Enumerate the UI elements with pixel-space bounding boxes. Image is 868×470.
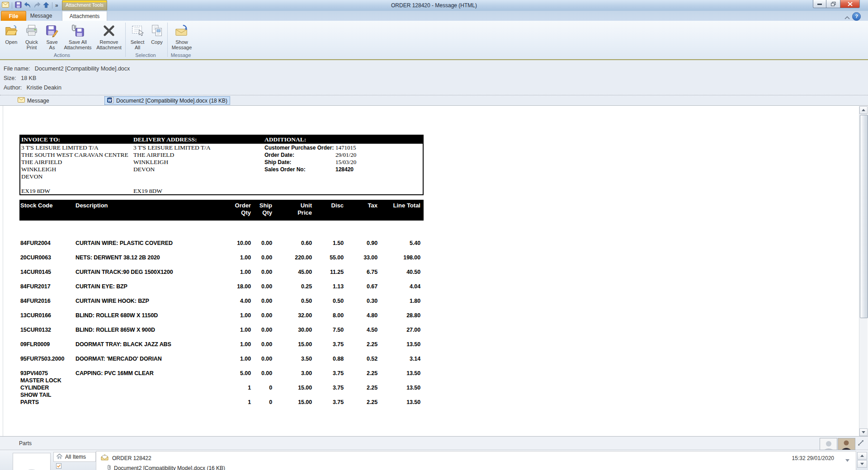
additional-row: Order Date:29/01/20 <box>264 151 356 159</box>
additional-label: Ship Date: <box>264 159 335 166</box>
table-row: 09FLR0009DOORMAT TRAY: BLACK JAZZ ABS1.0… <box>19 341 424 348</box>
remove-attachment-button[interactable]: Remove Attachment <box>94 22 124 53</box>
close-button[interactable] <box>840 0 860 8</box>
cell-stock: 15CUR0132 <box>20 326 79 334</box>
cell-disc: 7.50 <box>305 326 344 334</box>
save-as-icon <box>45 23 59 38</box>
address-line: EX19 8DW <box>21 188 128 195</box>
related-item[interactable]: ORDER 128422 <box>101 454 151 462</box>
selected-contact-avatar <box>13 453 51 470</box>
save-all-attachments-button[interactable]: Save All Attachments <box>61 22 94 53</box>
cell-tax: 6.75 <box>339 268 377 276</box>
people-tab-partial[interactable] <box>53 462 96 470</box>
cell-desc: CURTAIN WIRE: PLASTIC COVERED <box>75 240 225 247</box>
cell-stock: 93PVI4075 <box>20 370 79 377</box>
tab-message[interactable]: Message <box>27 11 55 21</box>
help-icon[interactable]: ? <box>852 12 861 21</box>
open-envelope-icon <box>101 454 108 462</box>
cell-ship: 0 <box>234 384 272 391</box>
additional-value: 128420 <box>335 166 354 173</box>
address-line: WINKLEIGH <box>133 159 211 166</box>
tab-file[interactable]: File <box>1 11 26 21</box>
tab-message-preview[interactable]: Message <box>16 97 51 104</box>
file-name-value: Document2 [Compatibility Mode].docx <box>35 66 130 72</box>
quick-print-button[interactable]: Quick Print <box>21 22 42 53</box>
people-scroll-up-button[interactable] <box>857 452 867 460</box>
cell-desc: BLIND: ROLLER 680W X 1150D <box>75 312 225 319</box>
additional-label: Sales Order No: <box>264 166 335 173</box>
restore-button[interactable] <box>826 0 840 8</box>
address-line: 3 T'S LEISURE LIMITED T/A <box>21 144 128 151</box>
invoice-table-rows: 84FUR2004CURTAIN WIRE: PLASTIC COVERED10… <box>19 240 424 406</box>
people-tab-label: All Items <box>65 454 86 460</box>
cell-tax: 2.25 <box>339 384 377 391</box>
address-line: THE AIRFIELD <box>21 159 128 166</box>
people-tab-all-items[interactable]: All Items <box>53 452 96 462</box>
cell-total: 27.00 <box>382 326 420 334</box>
additional-value: 15/03/20 <box>335 159 356 165</box>
delivery-address-header: DELIVERY ADDRESS: <box>133 136 197 143</box>
people-scroll-down-button[interactable] <box>857 460 867 468</box>
tab-attachment-preview[interactable]: W Document2 [Compatibility Mode].docx (1… <box>104 96 230 105</box>
cell-stock: 84FUR2017 <box>20 283 79 290</box>
cell-stock: 09FLR0009 <box>20 341 79 348</box>
cell-total: 13.50 <box>382 399 420 406</box>
cell-disc: 3.75 <box>305 384 344 391</box>
people-pane-scrollbar[interactable] <box>857 452 867 468</box>
cell-tax: 0.30 <box>339 297 377 305</box>
table-row: 84FUR2004CURTAIN WIRE: PLASTIC COVERED10… <box>19 240 424 247</box>
scrollbar-thumb[interactable] <box>860 115 868 318</box>
minimize-button[interactable] <box>813 0 826 8</box>
cell-total: 5.40 <box>382 240 420 247</box>
table-header-cell: Unit Price <box>297 202 312 216</box>
contact-avatar-silhouette[interactable] <box>820 438 837 450</box>
cell-total: 4.04 <box>382 283 420 290</box>
table-row: MASTER LOCK CYLINDER1015.003.752.2513.50 <box>19 377 424 391</box>
cell-ship: 0.00 <box>234 312 272 319</box>
cell-desc: DOORMAT TRAY: BLACK JAZZ ABS <box>75 341 225 348</box>
cell-stock: 84FUR2004 <box>20 240 79 247</box>
home-icon <box>57 454 62 461</box>
file-name-row: File name: Document2 [Compatibility Mode… <box>4 66 130 72</box>
cell-total: 40.50 <box>382 268 420 276</box>
table-header-bar: Stock CodeDescriptionOrder QtyShip QtyUn… <box>19 200 424 221</box>
select-all-button[interactable]: Select All <box>127 22 148 53</box>
cell-ship: 0.00 <box>234 240 272 247</box>
expand-people-pane-icon[interactable] <box>858 440 864 447</box>
cell-tax: 0.52 <box>339 355 377 362</box>
table-row: 14CUR0145CURTAIN TRACK:90 DEG 1500X12001… <box>19 268 424 276</box>
table-row: 20CUR0063NETS: DERWENT 38.12 2B 20201.00… <box>19 254 424 261</box>
remove-x-icon <box>102 23 116 38</box>
item-dropdown-icon[interactable] <box>845 457 849 463</box>
address-line <box>133 180 211 188</box>
additional-label: Order Date: <box>264 151 335 159</box>
cell-ship: 0.00 <box>234 370 272 377</box>
preview-scrollbar[interactable] <box>859 106 868 436</box>
cell-ship: 0.00 <box>234 341 272 348</box>
author-value: Kristie Deakin <box>27 85 61 91</box>
related-item-attachment[interactable]: Document2 [Compatibility Mode].docx (16 … <box>107 464 225 470</box>
cell-total: 13.50 <box>382 341 420 348</box>
scroll-up-button[interactable] <box>859 106 868 114</box>
open-button[interactable]: Open <box>2 22 21 53</box>
address-line: THE SOUTH WEST CARAVAN CENTRE <box>21 151 128 159</box>
copy-button[interactable]: Copy <box>148 22 166 53</box>
envelope-icon <box>18 97 25 104</box>
invoice-address-box: INVOICE TO: DELIVERY ADDRESS: ADDITIONAL… <box>19 135 424 195</box>
scroll-down-button[interactable] <box>859 428 868 436</box>
attachment-preview-pane: INVOICE TO: DELIVERY ADDRESS: ADDITIONAL… <box>0 105 868 437</box>
show-message-button[interactable]: Show Message <box>169 22 194 53</box>
button-label: Select All <box>131 39 145 50</box>
cell-desc: DOORMAT: 'MERCADO' DORIAN <box>75 355 225 362</box>
tab-attachments[interactable]: Attachments <box>62 11 107 21</box>
additional-row: Customer Purchase Order:1471015 <box>264 144 356 151</box>
window-controls <box>813 0 860 8</box>
additional-value: 1471015 <box>335 144 356 151</box>
save-as-button[interactable]: Save As <box>42 22 61 53</box>
cell-stock: 84FUR2016 <box>20 297 79 305</box>
attachment-info-panel: File name: Document2 [Compatibility Mode… <box>0 60 868 95</box>
contact-avatar-photo[interactable] <box>838 438 855 450</box>
minimize-ribbon-icon[interactable] <box>844 14 850 21</box>
size-row: Size: 18 KB <box>4 75 36 81</box>
cell-disc: 0.50 <box>305 297 344 305</box>
